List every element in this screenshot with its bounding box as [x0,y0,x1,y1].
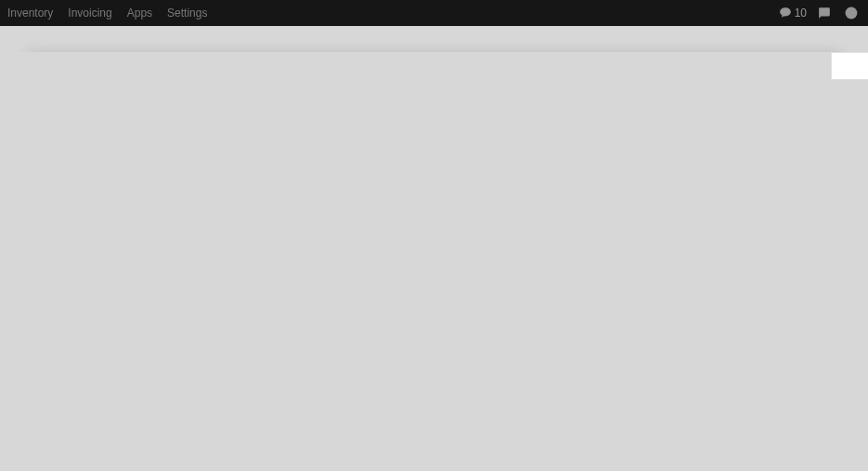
messages-indicator[interactable]: 10 [779,7,807,20]
nav-apps[interactable]: Apps [127,7,152,20]
svg-point-0 [846,7,858,20]
nav-inventory[interactable]: Inventory [7,7,53,20]
nav-settings[interactable]: Settings [167,7,207,20]
conversations-icon[interactable] [818,7,834,20]
chat-bubble-icon [779,7,792,20]
messages-count: 10 [795,7,807,20]
top-navbar: Inventory Invoicing Apps Settings 10 [0,0,868,26]
user-avatar[interactable] [845,7,861,20]
nav-invoicing[interactable]: Invoicing [68,7,111,20]
